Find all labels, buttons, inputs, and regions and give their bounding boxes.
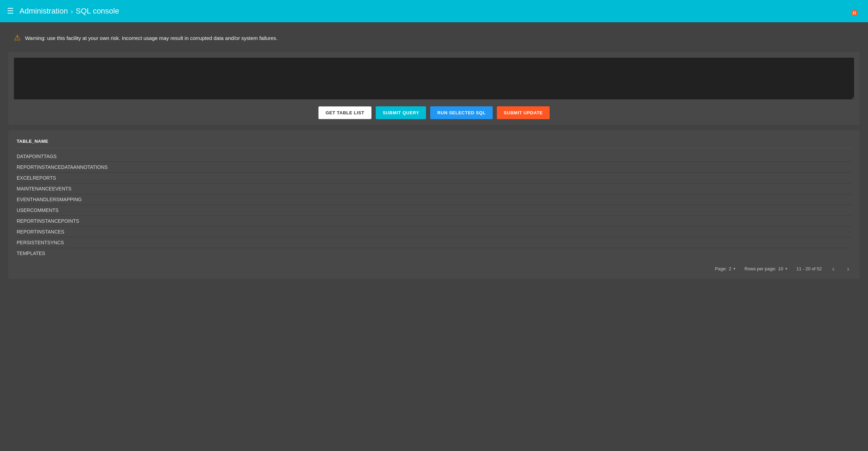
table-row: MAINTENANCEEVENTS <box>17 183 851 194</box>
table-row: REPORTINSTANCEDATAANNOTATIONS <box>17 162 851 173</box>
table-row: DATAPOINTTAGS <box>17 151 851 162</box>
sql-textarea[interactable] <box>14 58 854 99</box>
rows-per-page-dropdown-arrow: ▼ <box>785 267 788 271</box>
rows-per-page-select-wrap[interactable]: 10 ▼ <box>778 266 788 271</box>
breadcrumb: Administration › SQL console <box>19 7 119 16</box>
main-content: ⚠ Warning: use this facility at your own… <box>0 22 868 286</box>
top-navigation: ☰ Administration › SQL console 21 <box>0 0 868 22</box>
table-row: TEMPLATES <box>17 248 851 259</box>
table-rows-container: DATAPOINTTAGSREPORTINSTANCEDATAANNOTATIO… <box>17 151 851 259</box>
rows-per-page-label: Rows per page: <box>744 266 776 271</box>
rows-per-page-value: 10 <box>778 266 783 271</box>
warning-bar: ⚠ Warning: use this facility at your own… <box>8 29 860 47</box>
page-label: Page: <box>715 266 727 271</box>
page-select-wrap[interactable]: 2 ▼ <box>729 266 736 271</box>
table-panel: TABLE_NAME DATAPOINTTAGSREPORTINSTANCEDA… <box>8 130 860 279</box>
rows-per-page-control: Rows per page: 10 ▼ <box>744 266 788 271</box>
pagination-bar: Page: 2 ▼ Rows per page: 10 ▼ 11 - 20 of… <box>17 264 851 273</box>
submit-query-button[interactable]: SUBMIT QUERY <box>376 106 426 119</box>
page-control: Page: 2 ▼ <box>715 266 736 271</box>
table-row: REPORTINSTANCES <box>17 227 851 237</box>
page-value: 2 <box>729 266 731 271</box>
alarm-badge: 21 <box>851 10 858 16</box>
run-selected-sql-button[interactable]: RUN SELECTED SQL <box>430 106 492 119</box>
table-column-header: TABLE_NAME <box>17 139 851 148</box>
pagination-next-button[interactable]: › <box>845 264 851 273</box>
breadcrumb-separator: › <box>70 7 73 15</box>
warning-text: Warning: use this facility at your own r… <box>25 35 277 41</box>
pagination-prev-button[interactable]: ‹ <box>830 264 837 273</box>
breadcrumb-home[interactable]: Administration <box>19 7 68 16</box>
button-row: GET TABLE LIST SUBMIT QUERY RUN SELECTED… <box>14 106 854 119</box>
table-row: REPORTINSTANCEPOINTS <box>17 216 851 227</box>
table-row: PERSISTENTSYNCS <box>17 237 851 248</box>
menu-icon[interactable]: ☰ <box>7 7 14 16</box>
table-row: USERCOMMENTS <box>17 205 851 216</box>
warning-icon: ⚠ <box>14 33 21 42</box>
pagination-range: 11 - 20 of 52 <box>796 266 822 271</box>
sql-panel: GET TABLE LIST SUBMIT QUERY RUN SELECTED… <box>8 52 860 125</box>
submit-update-button[interactable]: SUBMIT UPDATE <box>497 106 550 119</box>
get-table-list-button[interactable]: GET TABLE LIST <box>318 106 372 119</box>
page-dropdown-arrow: ▼ <box>733 267 736 271</box>
table-row: EXCELREPORTS <box>17 173 851 183</box>
table-row: EVENTHANDLERSMAPPING <box>17 194 851 205</box>
breadcrumb-current: SQL console <box>76 7 119 16</box>
